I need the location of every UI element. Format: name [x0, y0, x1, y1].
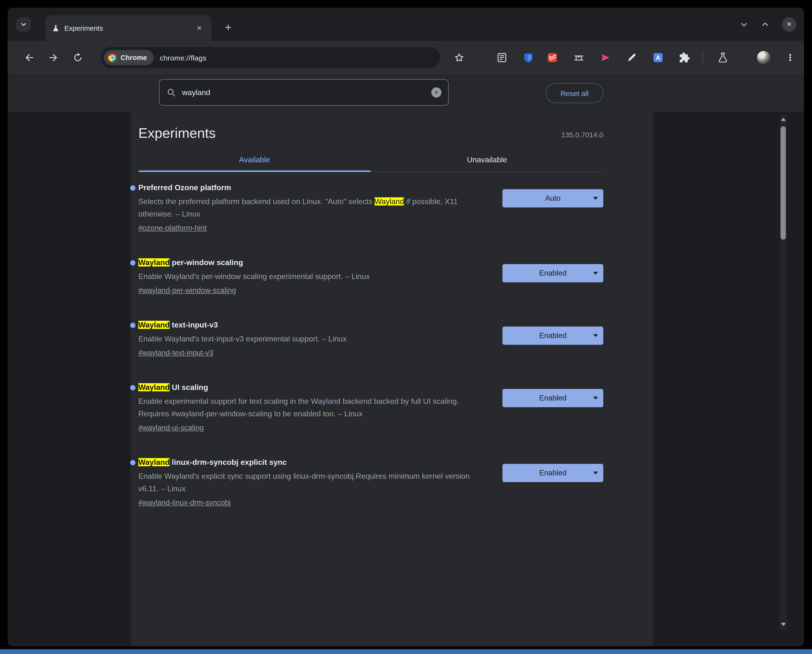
url-text: chrome://flags [160, 53, 206, 62]
address-bar[interactable]: Chrome chrome://flags [101, 47, 440, 68]
clear-search-icon[interactable]: ✕ [431, 87, 442, 98]
flag-row-wayland-linux-drm-syncobj: Wayland linux-drm-syncobj explicit sync … [138, 458, 603, 507]
reset-all-button[interactable]: Reset all [546, 83, 603, 103]
flag-value-select[interactable]: Auto [502, 189, 603, 208]
reading-list-extension-icon[interactable] [496, 52, 508, 63]
tab-search-button[interactable] [16, 17, 31, 32]
flag-title: Wayland per-window scaling [138, 258, 489, 267]
chevron-down-icon [593, 472, 598, 474]
tab-available[interactable]: Available [138, 156, 371, 171]
flag-desc-text: Enable Wayland's text-input-v3 experimen… [138, 335, 347, 343]
flags-tab-bar: Available Unavailable [138, 156, 603, 172]
flag-row-wayland-ui-scaling: Wayland UI scaling Enable experimental s… [138, 383, 603, 432]
flag-title-text: UI scaling [170, 383, 208, 391]
panel-header: Experiments 135.0.7014.0 [138, 125, 603, 141]
flag-desc-text: Selects the preferred platform backend u… [138, 197, 375, 206]
back-button[interactable] [24, 52, 35, 63]
flag-permalink[interactable]: #wayland-text-input-v3 [138, 348, 213, 357]
chrome-labs-flask-icon[interactable] [717, 52, 729, 63]
flag-desc-text: Enable Wayland's explicit sync support u… [138, 472, 470, 493]
flag-row-wayland-text-input-v3: Wayland text-input-v3 Enable Wayland's t… [138, 321, 603, 357]
flag-value-select[interactable]: Enabled [502, 264, 603, 282]
bookmark-star-icon[interactable] [454, 52, 465, 63]
flags-search-header: ✕ Reset all [8, 75, 804, 112]
toolbar-separator [702, 51, 703, 64]
flag-value-select[interactable]: Enabled [502, 389, 603, 407]
reload-button[interactable] [72, 52, 83, 63]
flag-description: Selects the preferred platform backend u… [138, 196, 489, 220]
flag-title: Preferred Ozone platform [138, 183, 489, 192]
flag-title: Wayland linux-drm-syncobj explicit sync [138, 458, 489, 467]
chevron-down-icon [593, 197, 598, 200]
bridge-extension-icon[interactable] [573, 52, 584, 63]
tab-title: Experiments [64, 24, 189, 32]
flag-desc-text: Enable experimental support for text sca… [138, 397, 459, 418]
flags-list: Preferred Ozone platform Selects the pre… [138, 172, 603, 507]
chevron-down-icon [593, 272, 598, 275]
forward-button[interactable] [48, 52, 59, 63]
flag-title-highlight: Wayland [138, 458, 170, 466]
experiment-dot-icon [130, 385, 135, 390]
chevron-down-icon [593, 397, 598, 399]
experiment-dot-icon [130, 260, 135, 266]
browser-tab-experiments[interactable]: Experiments ✕ [45, 15, 211, 41]
flag-desc-highlight: Wayland [375, 197, 404, 206]
profile-avatar[interactable] [757, 51, 771, 64]
flag-title-text: per-window scaling [170, 258, 243, 266]
flag-row-ozone-platform-hint: Preferred Ozone platform Selects the pre… [138, 183, 603, 232]
translate-extension-icon[interactable]: A [652, 52, 664, 63]
search-icon [166, 87, 176, 98]
page-scrollbar[interactable] [780, 115, 787, 629]
taskbar-strip [0, 649, 812, 654]
extensions-puzzle-icon[interactable] [679, 52, 690, 63]
flag-title-highlight: Wayland [138, 383, 170, 391]
site-chip-label: Chrome [121, 54, 147, 61]
window-controls: ✕ [740, 8, 797, 41]
window-maximize-chevron-up-icon[interactable] [761, 20, 769, 29]
tab-unavailable[interactable]: Unavailable [371, 156, 603, 171]
flag-title-highlight: Wayland [138, 321, 170, 329]
browser-toolbar: Chrome chrome://flags [8, 41, 804, 75]
flag-permalink[interactable]: #ozone-platform-hint [138, 224, 206, 232]
experiments-panel: Experiments 135.0.7014.0 Available Unava… [131, 112, 653, 646]
menu-kebab-icon[interactable]: ⋮ [786, 52, 795, 63]
flag-title: Wayland UI scaling [138, 383, 489, 392]
flag-title-highlight: Wayland [138, 258, 170, 266]
flags-search-input[interactable] [182, 88, 425, 97]
flag-value-label: Auto [545, 194, 561, 203]
page-title: Experiments [138, 125, 216, 141]
scrollbar-up-arrow-icon[interactable] [781, 118, 786, 121]
scrollbar-thumb[interactable] [781, 126, 786, 240]
flag-description: Enable Wayland's per-window scaling expe… [138, 270, 489, 283]
chevron-down-icon [20, 21, 27, 28]
pink-arrow-extension-icon[interactable] [599, 52, 611, 63]
site-info-chip[interactable]: Chrome [104, 50, 154, 65]
chevron-down-icon [593, 334, 598, 337]
browser-window: Experiments ✕ + ✕ [8, 8, 804, 646]
eyedropper-extension-icon[interactable] [626, 52, 638, 63]
window-close-button[interactable]: ✕ [782, 17, 797, 31]
flag-desc-text: Enable Wayland's per-window scaling expe… [138, 272, 370, 280]
bitwarden-extension-icon[interactable] [523, 52, 534, 63]
flag-permalink[interactable]: #wayland-ui-scaling [138, 423, 204, 432]
flag-value-select[interactable]: Enabled [502, 464, 603, 482]
tab-close-icon[interactable]: ✕ [194, 23, 205, 34]
flag-description: Enable Wayland's text-input-v3 experimen… [138, 333, 489, 345]
flag-value-label: Enabled [539, 394, 567, 402]
flag-value-label: Enabled [539, 269, 567, 278]
new-tab-button[interactable]: + [220, 19, 236, 35]
tab-strip: Experiments ✕ + ✕ [8, 8, 804, 41]
flag-value-select[interactable]: Enabled [502, 327, 603, 345]
flag-permalink[interactable]: #wayland-linux-drm-syncobj [138, 498, 231, 507]
flag-permalink[interactable]: #wayland-per-window-scaling [138, 286, 236, 295]
flags-search-box[interactable]: ✕ [159, 79, 449, 105]
chrome-logo-icon [108, 53, 117, 62]
window-minimize-chevron-down-icon[interactable] [740, 20, 748, 29]
flag-title-text: text-input-v3 [170, 321, 218, 329]
todoist-extension-icon[interactable] [547, 52, 558, 63]
flags-page: ✕ Reset all Experiments 135.0.7014.0 Ava… [8, 75, 804, 646]
flag-row-wayland-per-window-scaling: Wayland per-window scaling Enable Waylan… [138, 258, 603, 295]
flag-value-label: Enabled [539, 469, 567, 477]
scrollbar-down-arrow-icon[interactable] [781, 623, 786, 626]
flag-title-text: linux-drm-syncobj explicit sync [170, 458, 286, 466]
